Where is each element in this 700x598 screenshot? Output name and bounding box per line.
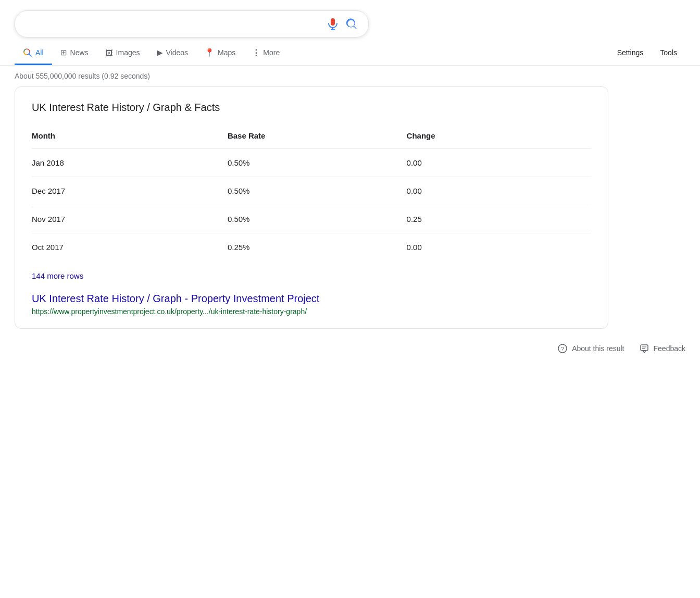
svg-marker-8 xyxy=(643,351,646,353)
search-icons xyxy=(327,18,358,30)
cell-month: Oct 2017 xyxy=(32,233,228,261)
tab-maps-label: Maps xyxy=(218,48,235,57)
cell-change: 0.00 xyxy=(407,149,591,177)
about-result-icon: ? xyxy=(557,343,568,354)
tab-settings-label: Settings xyxy=(617,48,644,57)
feedback-label: Feedback xyxy=(654,344,685,353)
cell-change: 0.00 xyxy=(407,233,591,261)
col-change: Change xyxy=(407,126,591,149)
tab-tools[interactable]: Tools xyxy=(652,42,685,65)
result-link-container: UK Interest Rate History / Graph - Prope… xyxy=(32,293,591,316)
tab-all-label: All xyxy=(35,48,44,57)
search-area: uk interest rate history xyxy=(0,0,700,38)
images-icon: 🖼 xyxy=(105,48,113,57)
table-row: Dec 20170.50%0.00 xyxy=(32,177,591,205)
cell-change: 0.00 xyxy=(407,177,591,205)
tab-images[interactable]: 🖼 Images xyxy=(97,42,148,65)
main-content: UK Interest Rate History / Graph & Facts… xyxy=(0,86,700,329)
svg-text:?: ? xyxy=(561,346,564,352)
news-icon: ⊞ xyxy=(60,48,67,57)
table-row: Nov 20170.50%0.25 xyxy=(32,205,591,233)
svg-line-4 xyxy=(29,54,32,57)
tab-more-label: More xyxy=(263,48,280,57)
cell-month: Jan 2018 xyxy=(32,149,228,177)
results-info: About 555,000,000 results (0.92 seconds) xyxy=(0,66,700,86)
tab-videos[interactable]: ▶ Videos xyxy=(148,42,197,65)
result-title-link[interactable]: UK Interest Rate History / Graph - Prope… xyxy=(32,293,591,305)
cell-base-rate: 0.50% xyxy=(228,205,407,233)
cell-base-rate: 0.50% xyxy=(228,149,407,177)
tab-tools-label: Tools xyxy=(660,48,677,57)
tab-maps[interactable]: 📍 Maps xyxy=(196,42,244,65)
about-result-label: About this result xyxy=(572,344,624,353)
search-box: uk interest rate history xyxy=(15,10,369,38)
card-title: UK Interest Rate History / Graph & Facts xyxy=(32,102,591,114)
tab-settings[interactable]: Settings xyxy=(609,42,652,65)
col-base-rate: Base Rate xyxy=(228,126,407,149)
table-row: Oct 20170.25%0.00 xyxy=(32,233,591,261)
cell-base-rate: 0.25% xyxy=(228,233,407,261)
more-icon: ⋮ xyxy=(252,48,260,57)
tab-videos-label: Videos xyxy=(166,48,189,57)
all-icon xyxy=(23,48,32,57)
results-count: About 555,000,000 results (0.92 seconds) xyxy=(15,72,150,80)
cell-change: 0.25 xyxy=(407,205,591,233)
tab-all[interactable]: All xyxy=(15,42,52,65)
svg-rect-7 xyxy=(641,345,648,351)
footer-bar: ? About this result Feedback xyxy=(0,333,700,364)
feedback-icon xyxy=(639,343,649,354)
cell-month: Dec 2017 xyxy=(32,177,228,205)
result-url: https://www.propertyinvestmentproject.co… xyxy=(32,307,307,316)
tab-more[interactable]: ⋮ More xyxy=(244,42,288,65)
tab-news-label: News xyxy=(70,48,89,57)
table-header-row: Month Base Rate Change xyxy=(32,126,591,149)
nav-tabs: All ⊞ News 🖼 Images ▶ Videos 📍 Maps ⋮ Mo… xyxy=(0,42,700,66)
tab-images-label: Images xyxy=(116,48,140,57)
cell-base-rate: 0.50% xyxy=(228,177,407,205)
knowledge-card: UK Interest Rate History / Graph & Facts… xyxy=(15,86,608,329)
search-btn-icon[interactable] xyxy=(345,18,358,30)
cell-month: Nov 2017 xyxy=(32,205,228,233)
more-rows-link[interactable]: 144 more rows xyxy=(32,271,83,280)
videos-icon: ▶ xyxy=(157,48,163,57)
col-month: Month xyxy=(32,126,228,149)
feedback-item[interactable]: Feedback xyxy=(639,343,685,354)
mic-icon[interactable] xyxy=(327,18,339,30)
about-result-item[interactable]: ? About this result xyxy=(557,343,624,354)
tab-news[interactable]: ⊞ News xyxy=(52,42,97,65)
nav-right: Settings Tools xyxy=(609,42,685,65)
search-input[interactable]: uk interest rate history xyxy=(26,18,320,30)
maps-icon: 📍 xyxy=(205,48,215,57)
table-row: Jan 20180.50%0.00 xyxy=(32,149,591,177)
data-table: Month Base Rate Change Jan 20180.50%0.00… xyxy=(32,126,591,261)
